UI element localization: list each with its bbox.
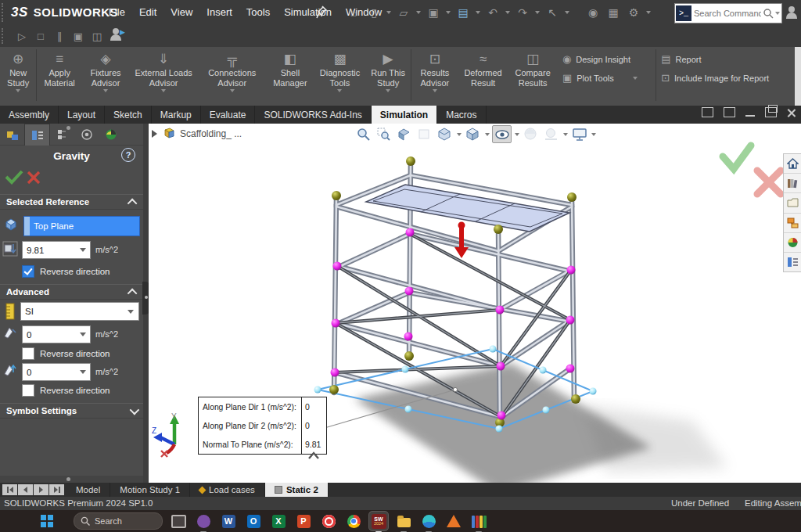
design-library-icon[interactable] <box>784 174 801 193</box>
apply-material-button[interactable]: ≡ Apply Material <box>37 47 82 106</box>
dropdown-icon[interactable] <box>337 89 342 92</box>
dropdown-icon[interactable] <box>16 89 20 92</box>
feature-manager-tab[interactable] <box>0 124 24 145</box>
tab-evaluate[interactable]: Evaluate <box>201 106 256 124</box>
fixtures-advisor-button[interactable]: ◈ Fixtures Advisor <box>82 47 129 106</box>
chrome-icon[interactable] <box>344 512 363 530</box>
tab-solidworks-add-ins[interactable]: SOLIDWORKS Add-Ins <box>255 106 371 124</box>
design-insight-button[interactable]: ◉ Design Insight <box>562 53 651 65</box>
taskbar-search[interactable]: Search <box>74 512 163 530</box>
dir2-value-combo[interactable]: 0 <box>22 363 91 381</box>
home-icon[interactable]: ⌂ <box>344 4 363 21</box>
undo-icon[interactable]: ↶ <box>483 4 502 21</box>
connections-advisor-button[interactable]: ╦ Connections Advisor <box>198 47 266 106</box>
diagnostic-tools-button[interactable]: ▩ Diagnostic Tools <box>314 47 366 106</box>
dropdown-icon[interactable] <box>633 77 638 80</box>
home-tab-icon[interactable] <box>784 154 801 174</box>
media-app-icon[interactable] <box>319 512 338 530</box>
report-button[interactable]: ▤ Report <box>661 53 796 65</box>
ok-button[interactable] <box>5 169 23 185</box>
file-explorer-icon[interactable] <box>784 193 801 213</box>
export-video-icon[interactable]: ◫ <box>88 27 106 45</box>
next-sheet-button[interactable] <box>34 484 48 495</box>
last-sheet-button[interactable] <box>49 484 64 495</box>
callout-value[interactable]: 0 <box>301 397 326 416</box>
combo-dropdown-icon[interactable] <box>80 332 86 336</box>
cancel-button[interactable] <box>27 171 41 185</box>
search-dropdown-icon[interactable] <box>775 12 780 15</box>
word-icon[interactable]: W <box>219 512 238 530</box>
unit-system-select[interactable]: SI <box>20 302 139 321</box>
tab-assembly[interactable]: Assembly <box>0 106 59 124</box>
reverse-direction-checkbox-2[interactable] <box>22 347 34 360</box>
view-palette-icon[interactable] <box>784 214 801 233</box>
tab-markup[interactable]: Markup <box>152 106 201 124</box>
select-dropdown-icon[interactable] <box>128 310 134 314</box>
section-selected-reference[interactable]: Selected Reference <box>0 194 143 210</box>
dropdown-icon[interactable] <box>433 89 437 92</box>
undo-dropdown-icon[interactable] <box>505 11 510 14</box>
tab-sketch[interactable]: Sketch <box>105 106 152 124</box>
gravity-value-combo[interactable]: 9.81 <box>22 241 91 259</box>
expand-icon[interactable] <box>130 404 140 415</box>
run-this-study-button[interactable]: ▶ Run This Study <box>365 47 411 106</box>
close-button[interactable] <box>787 108 796 117</box>
redo-icon[interactable]: ↷ <box>513 4 532 21</box>
reverse-direction-checkbox-3[interactable] <box>22 384 34 397</box>
file-explorer-icon[interactable] <box>394 512 413 530</box>
confirm-ok-icon[interactable] <box>723 146 751 169</box>
panel-bottom-grip[interactable] <box>0 476 143 483</box>
menu-file[interactable]: File <box>102 0 132 25</box>
powerpoint-icon[interactable]: P <box>294 512 313 530</box>
solidworks-taskbar-icon[interactable]: SW2024 <box>369 512 388 530</box>
menu-view[interactable]: View <box>163 0 199 25</box>
section-symbol-settings[interactable]: Symbol Settings <box>0 403 143 419</box>
redo-dropdown-icon[interactable] <box>535 11 540 14</box>
panel-grip[interactable] <box>66 477 70 481</box>
pin-menu-icon[interactable] <box>316 5 329 20</box>
graphics-area[interactable]: Scaffolding_ ... <box>149 124 801 483</box>
save-dropdown-icon[interactable] <box>446 11 451 14</box>
print-icon[interactable]: ▤ <box>454 4 472 21</box>
task-view-icon[interactable] <box>169 512 188 530</box>
winrar-icon[interactable] <box>469 512 488 530</box>
toolbar-grip[interactable] <box>2 3 6 22</box>
print-dropdown-icon[interactable] <box>476 11 480 14</box>
user-account-icon[interactable] <box>785 6 798 19</box>
open-dropdown-icon[interactable] <box>416 11 421 14</box>
results-advisor-button[interactable]: ⊡ Results Advisor <box>411 47 458 106</box>
deformed-result-button[interactable]: ≈ Deformed Result <box>458 47 508 106</box>
dir1-value-combo[interactable]: 0 <box>22 325 91 343</box>
menu-tools[interactable]: Tools <box>239 0 277 25</box>
select-icon[interactable]: ↖ <box>543 4 562 21</box>
tab-simulation[interactable]: Simulation <box>372 106 437 124</box>
minimize-button[interactable] <box>745 109 755 117</box>
presenter-icon[interactable]: ▶ <box>110 28 122 44</box>
file-properties-icon[interactable]: ▦ <box>604 4 623 21</box>
help-icon[interactable]: ? <box>121 148 135 162</box>
rebuild-icon[interactable]: ◉ <box>584 4 602 21</box>
first-sheet-button[interactable] <box>2 484 17 495</box>
start-button[interactable] <box>41 515 53 527</box>
new-study-button[interactable]: ⊕ New Study <box>0 47 36 106</box>
edge-icon[interactable] <box>419 512 438 530</box>
confirm-cancel-icon[interactable] <box>757 171 781 194</box>
dimxpert-manager-tab[interactable] <box>74 124 99 145</box>
outlook-icon[interactable]: O <box>244 512 263 530</box>
shell-manager-button[interactable]: ◧ Shell Manager <box>266 47 314 106</box>
search-commands-input[interactable] <box>692 8 763 19</box>
previous-sheet-button[interactable] <box>18 484 33 495</box>
include-image-for-report-button[interactable]: ⊡ Include Image for Report <box>661 72 796 84</box>
ribbon-scroll-strip[interactable] <box>795 47 801 106</box>
dropdown-icon[interactable] <box>386 89 390 92</box>
tab-motion-study-1[interactable]: Motion Study 1 <box>110 483 190 497</box>
selected-reference-item[interactable]: Top Plane <box>30 217 139 235</box>
menu-simulation[interactable]: Simulation <box>277 0 339 25</box>
tab-load-cases[interactable]: Load cases <box>190 483 265 497</box>
dropdown-icon[interactable] <box>230 89 235 92</box>
stop-icon[interactable]: □ <box>31 27 50 45</box>
section-advanced[interactable]: Advanced <box>0 284 143 300</box>
open-icon[interactable]: ▱ <box>394 4 413 21</box>
window-pane-icon-2[interactable] <box>724 107 735 117</box>
tab-model[interactable]: Model <box>66 483 110 497</box>
